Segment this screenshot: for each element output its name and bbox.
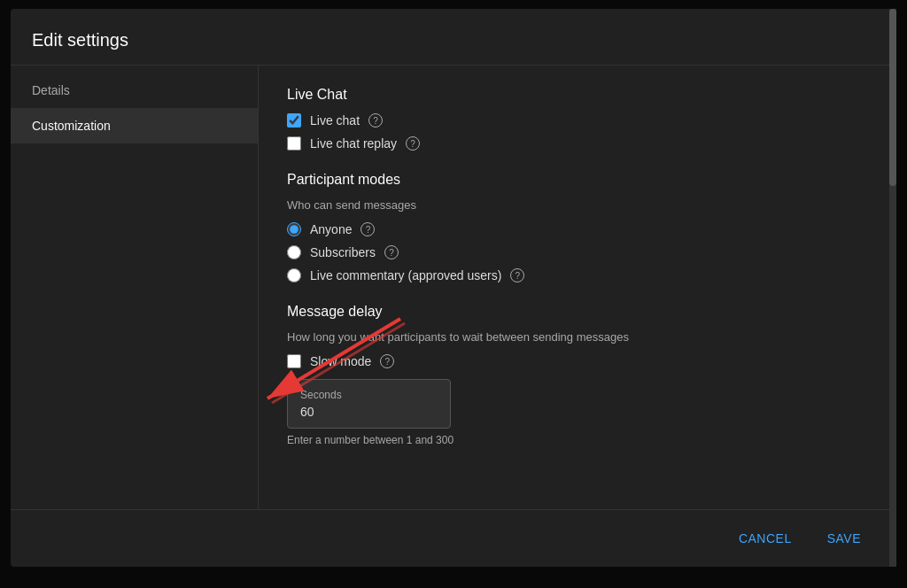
dialog-body: Details Customization Live Chat Live cha… (11, 66, 896, 509)
slow-mode-row: Slow mode ? (287, 354, 868, 368)
anyone-row: Anyone ? (287, 222, 868, 236)
live-chat-replay-checkbox[interactable] (287, 136, 301, 151)
seconds-hint: Enter a number between 1 and 300 (287, 434, 868, 446)
modal-overlay: Edit settings Details Customization Live… (0, 0, 907, 588)
live-chat-replay-label[interactable]: Live chat replay (310, 136, 397, 151)
anyone-radio[interactable] (287, 222, 301, 236)
participant-modes-subtitle: Who can send messages (287, 198, 868, 212)
slow-mode-label[interactable]: Slow mode (310, 354, 371, 368)
slow-mode-checkbox[interactable] (287, 354, 301, 368)
seconds-label: Seconds (300, 389, 438, 401)
sidebar-item-customization[interactable]: Customization (11, 108, 258, 143)
live-chat-label[interactable]: Live chat (310, 113, 360, 128)
live-chat-checkbox[interactable] (287, 113, 301, 128)
live-chat-section: Live Chat Live chat ? Live chat replay ? (287, 87, 868, 151)
message-delay-title: Message delay (287, 304, 868, 320)
slow-mode-help-icon[interactable]: ? (380, 354, 394, 368)
participant-modes-title: Participant modes (287, 172, 868, 188)
scrollbar[interactable] (889, 9, 896, 567)
subscribers-help-icon[interactable]: ? (384, 245, 399, 259)
participant-modes-section: Participant modes Who can send messages … (287, 172, 868, 282)
live-commentary-help-icon[interactable]: ? (510, 268, 524, 282)
live-chat-replay-help-icon[interactable]: ? (406, 136, 420, 151)
subscribers-row: Subscribers ? (287, 245, 868, 259)
sidebar: Details Customization (11, 66, 259, 509)
live-chat-title: Live Chat (287, 87, 868, 103)
dialog-title: Edit settings (11, 9, 896, 66)
edit-settings-dialog: Edit settings Details Customization Live… (11, 9, 896, 567)
subscribers-label[interactable]: Subscribers (310, 245, 376, 259)
live-chat-help-icon[interactable]: ? (368, 113, 383, 128)
message-delay-section: Message delay How long you want particip… (287, 304, 868, 446)
live-commentary-label[interactable]: Live commentary (approved users) (310, 268, 501, 282)
message-delay-subtitle: How long you want participants to wait b… (287, 330, 868, 344)
live-chat-row: Live chat ? (287, 113, 868, 128)
sidebar-item-details[interactable]: Details (11, 73, 258, 108)
save-button[interactable]: SAVE (813, 524, 875, 553)
subscribers-radio[interactable] (287, 245, 301, 259)
anyone-label[interactable]: Anyone (310, 222, 352, 236)
dialog-footer: CANCEL SAVE (11, 509, 896, 567)
anyone-help-icon[interactable]: ? (360, 222, 375, 236)
live-commentary-radio[interactable] (287, 268, 301, 282)
main-content: Live Chat Live chat ? Live chat replay ?… (259, 66, 896, 509)
live-commentary-row: Live commentary (approved users) ? (287, 268, 868, 282)
cancel-button[interactable]: CANCEL (725, 524, 806, 553)
seconds-value[interactable]: 60 (300, 405, 438, 419)
live-chat-replay-row: Live chat replay ? (287, 136, 868, 151)
scrollbar-thumb[interactable] (889, 9, 896, 186)
seconds-input-box: Seconds 60 (287, 379, 451, 429)
